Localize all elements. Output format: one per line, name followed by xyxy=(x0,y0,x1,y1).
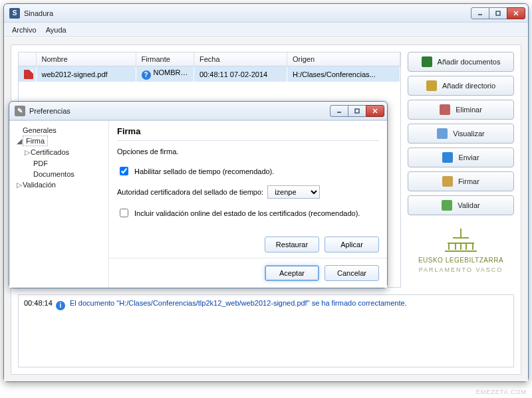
logo-icon xyxy=(434,225,487,254)
prefs-close-button[interactable] xyxy=(366,105,384,117)
enable-timestamp-checkbox[interactable] xyxy=(120,167,128,175)
svg-rect-3 xyxy=(355,109,359,113)
prefs-icon: ✎ xyxy=(15,106,25,116)
col-blank[interactable] xyxy=(19,52,36,66)
add-directory-button[interactable]: Añadir directorio xyxy=(408,76,514,96)
add-document-icon xyxy=(422,56,432,67)
log-panel[interactable]: 00:48:14 i El documento "H:/Clases/Confe… xyxy=(18,294,514,367)
maximize-button[interactable] xyxy=(489,7,507,19)
ts-authority-label: Autoridad certificadora del sellado de t… xyxy=(117,188,263,196)
pen-icon xyxy=(442,176,453,187)
tree-pdf[interactable]: PDF xyxy=(15,158,106,169)
tree-certificados[interactable]: ▷Certificados xyxy=(15,147,106,158)
close-button[interactable] xyxy=(507,7,525,19)
pdf-icon xyxy=(24,70,33,79)
validate-button[interactable]: Validar xyxy=(408,195,514,215)
tree-validacion[interactable]: ▷Validación xyxy=(15,179,106,191)
prefs-titlebar[interactable]: ✎ Preferencias xyxy=(9,102,387,120)
caret-right-icon[interactable]: ▷ xyxy=(24,148,31,157)
action-panel: Añadir documentos Añadir directorio Elim… xyxy=(408,52,514,288)
tree-documentos[interactable]: Documentos xyxy=(15,169,106,179)
minimize-button[interactable] xyxy=(471,7,489,19)
app-icon: S xyxy=(9,8,20,19)
online-validation-row[interactable]: Incluir validación online del estado de … xyxy=(117,207,379,219)
caret-right-icon[interactable]: ▷ xyxy=(16,181,23,189)
prefs-pane: Firma Opciones de firma. Habilitar sella… xyxy=(109,121,387,258)
info-icon: i xyxy=(56,301,65,310)
online-validation-checkbox[interactable] xyxy=(120,209,128,217)
col-fecha[interactable]: Fecha xyxy=(194,52,287,66)
prefs-maximize-button[interactable] xyxy=(348,105,366,117)
apply-button[interactable]: Aplicar xyxy=(325,237,379,252)
prefs-tree[interactable]: Generales ◢Firma ▷Certificados PDF Docum… xyxy=(9,121,109,288)
delete-button[interactable]: Eliminar xyxy=(408,100,514,120)
magnifier-icon xyxy=(437,128,448,139)
check-icon xyxy=(442,200,452,211)
send-button[interactable]: Enviar xyxy=(408,148,514,167)
globe-icon xyxy=(442,152,453,163)
logo-line2: PARLAMENTO VASCO xyxy=(419,266,503,273)
cell-nombre: web2012-signed.pdf xyxy=(36,66,136,82)
view-button[interactable]: Visualizar xyxy=(408,124,514,144)
table-row[interactable]: web2012-signed.pdf ?NOMBRE HERNANDEZ ...… xyxy=(19,66,400,82)
col-firmante[interactable]: Firmante xyxy=(136,52,194,66)
cell-firmante: NOMBRE HERNANDEZ ... xyxy=(154,68,194,76)
ts-authority-select[interactable]: izenpe xyxy=(267,185,320,199)
enable-timestamp-label: Habilitar sellado de tiempo (recomendado… xyxy=(134,167,274,175)
trash-icon xyxy=(440,104,450,115)
add-documents-button[interactable]: Añadir documentos xyxy=(408,52,514,72)
cancel-button[interactable]: Cancelar xyxy=(325,265,379,281)
ts-authority-row: Autoridad certificadora del sellado de t… xyxy=(117,185,379,199)
tree-generales[interactable]: Generales xyxy=(15,125,106,136)
log-message: El documento "H:/Clases/Conferencias/tlp… xyxy=(70,299,407,307)
prefs-minimize-button[interactable] xyxy=(330,105,348,117)
folder-icon xyxy=(426,80,437,91)
watermark: EMEZETA.COM xyxy=(476,389,527,395)
ok-button[interactable]: Aceptar xyxy=(265,265,319,281)
info-icon: ? xyxy=(142,70,151,80)
caret-down-icon[interactable]: ◢ xyxy=(16,137,23,146)
parliament-logo: EUSKO LEGEBILTZARRA PARLAMENTO VASCO xyxy=(408,225,514,273)
cell-origen: H:/Clases/Conferencias... xyxy=(287,66,400,82)
svg-rect-1 xyxy=(496,11,500,15)
col-origen[interactable]: Origen xyxy=(287,52,400,66)
menu-ayuda[interactable]: Ayuda xyxy=(46,26,66,34)
log-time: 00:48:14 xyxy=(24,299,53,307)
menu-archivo[interactable]: Archivo xyxy=(12,26,37,34)
col-nombre[interactable]: Nombre xyxy=(36,52,136,66)
online-validation-label: Incluir validación online del estado de … xyxy=(134,209,360,217)
cell-fecha: 00:48:11 07-02-2014 xyxy=(194,66,287,82)
enable-timestamp-row[interactable]: Habilitar sellado de tiempo (recomendado… xyxy=(117,165,379,177)
prefs-title: Preferencias xyxy=(29,107,70,115)
prefs-desc: Opciones de firma. xyxy=(117,148,379,155)
prefs-heading: Firma xyxy=(117,126,379,141)
app-title: Sinadura xyxy=(24,9,53,17)
preferences-dialog: ✎ Preferencias Generales ◢Firma ▷Certifi… xyxy=(9,101,388,288)
logo-line1: EUSKO LEGEBILTZARRA xyxy=(418,256,503,264)
menu-bar: Archivo Ayuda xyxy=(4,23,528,37)
tree-firma[interactable]: ◢Firma xyxy=(15,136,106,147)
sign-button[interactable]: Firmar xyxy=(408,171,514,191)
restore-button[interactable]: Restaurar xyxy=(265,237,319,252)
main-titlebar[interactable]: S Sinadura xyxy=(4,4,528,23)
